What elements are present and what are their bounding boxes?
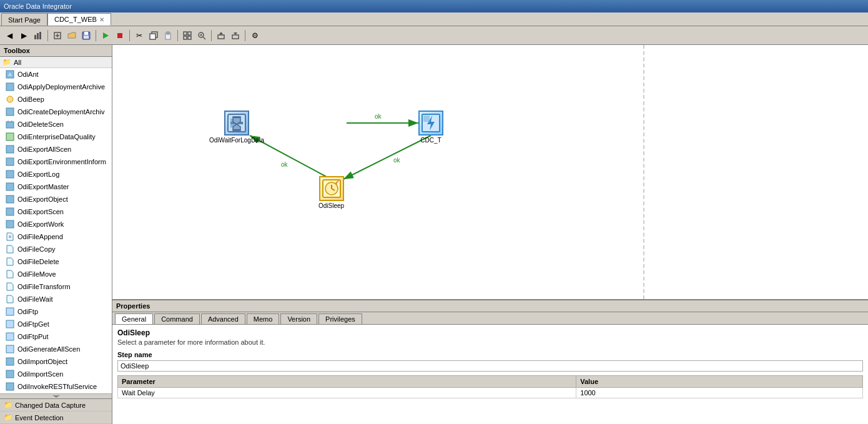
toolbox-item-odiexportwork[interactable]: OdiExportWork (0, 218, 112, 230)
toolbox-item-odifileappend[interactable]: OdiFileAppend (0, 230, 112, 243)
svg-rect-18 (188, 36, 191, 39)
odibeep-icon (5, 94, 15, 104)
event-folder-icon: 📁 (4, 413, 12, 422)
run-button[interactable] (99, 29, 112, 42)
odiimportscen-icon (5, 369, 15, 379)
svg-rect-46 (6, 320, 14, 328)
odiftpput-icon (5, 332, 15, 342)
toolbox-item-odicreate[interactable]: OdiCreateDeploymentArchiv (0, 106, 112, 118)
prop-tab-version[interactable]: Version (280, 313, 317, 324)
svg-text:A: A (8, 72, 12, 77)
toolbox-item-odifilemove[interactable]: OdiFileMove (0, 268, 112, 280)
export-button[interactable] (214, 29, 228, 42)
svg-rect-45 (6, 308, 14, 315)
canvas-workspace[interactable]: ok ok ok (112, 45, 868, 299)
prop-tab-memo[interactable]: Memo (247, 313, 280, 324)
node-odisleep[interactable]: z z OdiSleep (318, 176, 344, 209)
svg-rect-12 (150, 34, 155, 39)
toolbox-all-section[interactable]: 📁 All (0, 57, 112, 68)
toolbox-bottom-event[interactable]: 📁 Event Detection (0, 412, 112, 424)
save-button[interactable] (79, 29, 93, 42)
toolbox-item-odidelete[interactable]: OdiDeleteScen (0, 118, 112, 131)
prop-table-row[interactable]: Wait Delay 1000 (118, 388, 863, 398)
svg-rect-10 (117, 33, 122, 38)
toolbox-item-odifilecopy[interactable]: OdiFileCopy (0, 243, 112, 255)
node-wait-icon (224, 111, 249, 136)
stop-button[interactable] (113, 29, 127, 42)
svg-rect-36 (6, 145, 14, 153)
prop-tab-general[interactable]: General (115, 313, 153, 324)
toolbox-item-odiinvokerest[interactable]: OdiInvokeRESTfulService (0, 380, 112, 393)
svg-rect-48 (6, 345, 14, 353)
properties-content: OdiSleep Select a parameter for more inf… (112, 325, 868, 424)
toolbox-bottom-cdc[interactable]: 📁 Changed Data Capture (0, 399, 112, 412)
prop-description: Select a parameter for more information … (117, 338, 863, 346)
new-button[interactable] (51, 29, 64, 42)
node-odiwaitforlogdata[interactable]: OdiWaitForLogData (209, 111, 264, 144)
prop-tab-privileges[interactable]: Privileges (318, 313, 362, 324)
toolbox-scroll-bar[interactable] (0, 393, 112, 398)
import-button[interactable] (229, 29, 242, 42)
toolbox-item-odiexportobj[interactable]: OdiExportObject (0, 193, 112, 205)
svg-rect-0 (34, 35, 36, 39)
odiexportmaster-icon (5, 182, 15, 192)
odifileappend-icon (5, 232, 15, 242)
prop-tab-advanced[interactable]: Advanced (201, 313, 245, 324)
toolbox-item-odiimportscen[interactable]: OdiImportScen (0, 368, 112, 380)
toolbox-item-odifiletransform[interactable]: OdiFileTransform (0, 280, 112, 293)
toolbox-item-odiant[interactable]: A OdiAnt (0, 68, 112, 81)
toolbox-item-odiftpput[interactable]: OdiFtpPut (0, 330, 112, 343)
toolbox-item-odigenerateall[interactable]: OdiGenerateAllScen (0, 343, 112, 355)
odiexportobj-icon (5, 194, 15, 204)
odifiledelete-icon (5, 257, 15, 267)
tab-start-page[interactable]: Start Page (1, 13, 47, 26)
odiant-icon: A (5, 69, 15, 79)
copy-button[interactable] (147, 29, 160, 42)
toolbox-item-odienterprise[interactable]: OdiEnterpriseDataQuality (0, 131, 112, 143)
cut-button[interactable]: ✂ (132, 29, 146, 42)
node-cdct[interactable]: CDC_T (418, 111, 443, 144)
toolbox-item-odideploy[interactable]: OdiApplyDeploymentArchive (0, 81, 112, 93)
back-button[interactable]: ◀ (2, 29, 16, 42)
toolbox-item-odiexportscen[interactable]: OdiExportScen (0, 205, 112, 218)
toolbox-item-odifiledelete[interactable]: OdiFileDelete (0, 255, 112, 268)
tab-cdc-t-web-label: CDC_T_WEB (54, 16, 97, 23)
svg-rect-37 (6, 158, 14, 165)
svg-text:ok: ok (393, 157, 401, 164)
odiexportall-icon (5, 144, 15, 154)
toolbox-item-odiexportlog[interactable]: OdiExportLog (0, 168, 112, 180)
odigenerateall-icon (5, 344, 15, 354)
open-button[interactable] (65, 29, 79, 42)
prop-table-cell-value: 1000 (576, 388, 863, 398)
prop-step-name-input[interactable] (117, 360, 863, 372)
cdc-folder-icon: 📁 (4, 401, 12, 409)
prop-table-cell-param: Wait Delay (118, 388, 576, 398)
toolbox-item-odiftp[interactable]: OdiFtp (0, 305, 112, 318)
paste-button[interactable] (161, 29, 175, 42)
toolbox-item-odiimportobj[interactable]: OdiImportObject (0, 355, 112, 368)
separator-2 (96, 30, 96, 41)
toolbox-item-odibeep[interactable]: OdiBeep (0, 93, 112, 106)
tab-close-icon[interactable]: ✕ (99, 16, 104, 23)
svg-rect-17 (184, 36, 187, 39)
node-wait-label: OdiWaitForLogData (209, 137, 264, 144)
toolbox-item-odiexportenv[interactable]: OdiExportEnvironmentInform (0, 155, 112, 168)
svg-line-20 (203, 37, 205, 39)
node-cdc-icon (418, 111, 443, 136)
toolbox-item-odiexportmaster[interactable]: OdiExportMaster (0, 180, 112, 193)
odifilewait-icon (5, 294, 15, 304)
forward-button[interactable]: ▶ (17, 29, 31, 42)
prop-table-header-value: Value (576, 376, 863, 388)
chart-button[interactable] (31, 29, 45, 42)
svg-rect-63 (233, 117, 240, 118)
svg-rect-1 (37, 33, 39, 39)
toolbox-item-odiftpget[interactable]: OdiFtpGet (0, 318, 112, 330)
toolbox-item-odifileWait[interactable]: OdiFileWait (0, 293, 112, 305)
zoom-in-button[interactable] (195, 29, 209, 42)
prop-tab-command[interactable]: Command (154, 313, 200, 324)
arrange-button[interactable] (180, 29, 194, 42)
tab-cdc-t-web[interactable]: CDC_T_WEB ✕ (47, 13, 111, 26)
toolbox-item-odiexportall[interactable]: OdiExportAllScen (0, 143, 112, 155)
odifilecopy-icon (5, 244, 15, 254)
settings-button[interactable]: ⚙ (248, 29, 262, 42)
